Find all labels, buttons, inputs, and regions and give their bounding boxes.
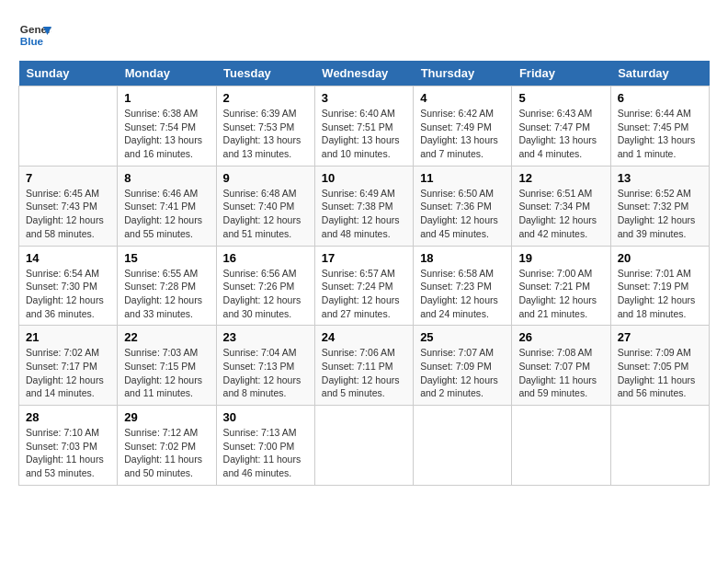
cell-line: Daylight: 12 hours <box>223 213 308 227</box>
calendar-cell: 19Sunrise: 7:00 AMSunset: 7:21 PMDayligh… <box>512 246 610 326</box>
cell-line: Sunrise: 7:13 AM <box>223 426 308 440</box>
day-number: 16 <box>223 251 308 265</box>
calendar-week-row: 14Sunrise: 6:54 AMSunset: 7:30 PMDayligh… <box>19 246 710 326</box>
cell-line: and 39 minutes. <box>618 227 702 241</box>
cell-line: Sunrise: 7:07 AM <box>420 346 505 360</box>
cell-line: and 5 minutes. <box>322 386 406 400</box>
cell-line: and 48 minutes. <box>322 227 406 241</box>
cell-line: Sunrise: 6:52 AM <box>618 187 702 201</box>
cell-line: Daylight: 13 hours <box>518 133 603 147</box>
cell-line: and 4 minutes. <box>518 147 603 161</box>
cell-line: Daylight: 12 hours <box>26 213 110 227</box>
cell-line: Daylight: 12 hours <box>124 213 209 227</box>
cell-line: Sunrise: 6:54 AM <box>26 267 110 281</box>
calendar-cell <box>414 406 512 486</box>
calendar-cell: 11Sunrise: 6:50 AMSunset: 7:36 PMDayligh… <box>414 166 512 246</box>
cell-line: Sunrise: 6:46 AM <box>124 187 209 201</box>
day-number: 20 <box>618 251 702 265</box>
cell-line: and 30 minutes. <box>223 307 308 321</box>
cell-line: Sunrise: 7:00 AM <box>518 267 603 281</box>
cell-line: Sunset: 7:00 PM <box>223 440 308 454</box>
day-number: 23 <box>223 330 308 344</box>
calendar-cell: 5Sunrise: 6:43 AMSunset: 7:47 PMDaylight… <box>512 86 610 167</box>
calendar-cell: 13Sunrise: 6:52 AMSunset: 7:32 PMDayligh… <box>610 166 709 246</box>
calendar-cell: 12Sunrise: 6:51 AMSunset: 7:34 PMDayligh… <box>512 166 610 246</box>
cell-line: Sunset: 7:53 PM <box>223 121 308 134</box>
cell-line: Sunrise: 7:04 AM <box>223 346 308 360</box>
cell-line: Sunset: 7:41 PM <box>124 200 209 213</box>
cell-line: Sunrise: 6:38 AM <box>124 107 209 121</box>
cell-line: Sunset: 7:47 PM <box>518 121 603 134</box>
cell-line: and 1 minute. <box>618 147 702 161</box>
cell-line: and 45 minutes. <box>420 227 505 241</box>
weekday-header-row: SundayMondayTuesdayWednesdayThursdayFrid… <box>19 61 710 86</box>
day-number: 9 <box>223 171 308 185</box>
calendar-cell <box>512 406 610 486</box>
calendar-cell: 1Sunrise: 6:38 AMSunset: 7:54 PMDaylight… <box>118 86 216 167</box>
cell-line: Sunrise: 6:39 AM <box>223 107 308 121</box>
calendar-week-row: 28Sunrise: 7:10 AMSunset: 7:03 PMDayligh… <box>19 406 710 486</box>
cell-line: Sunset: 7:26 PM <box>223 280 308 293</box>
day-number: 18 <box>420 251 505 265</box>
cell-line: Sunset: 7:34 PM <box>518 200 603 213</box>
calendar-cell: 27Sunrise: 7:09 AMSunset: 7:05 PMDayligh… <box>610 326 709 406</box>
cell-line: Sunset: 7:49 PM <box>420 121 505 134</box>
cell-line: Sunset: 7:02 PM <box>124 440 209 454</box>
cell-line: Sunset: 7:28 PM <box>124 280 209 293</box>
cell-line: Sunset: 7:21 PM <box>518 280 603 293</box>
cell-line: and 8 minutes. <box>223 386 308 400</box>
day-number: 2 <box>223 91 308 105</box>
calendar-cell: 6Sunrise: 6:44 AMSunset: 7:45 PMDaylight… <box>610 86 709 167</box>
cell-line: Daylight: 12 hours <box>420 213 505 227</box>
cell-line: Sunrise: 6:44 AM <box>618 107 702 121</box>
cell-line: Sunset: 7:17 PM <box>26 360 110 373</box>
cell-line: and 53 minutes. <box>26 466 110 480</box>
cell-line: Daylight: 12 hours <box>420 293 505 307</box>
day-number: 22 <box>124 330 209 344</box>
cell-line: Sunrise: 6:57 AM <box>322 267 406 281</box>
day-number: 7 <box>26 171 110 185</box>
cell-line: Sunset: 7:03 PM <box>26 440 110 454</box>
calendar-cell: 22Sunrise: 7:03 AMSunset: 7:15 PMDayligh… <box>118 326 216 406</box>
calendar-cell: 23Sunrise: 7:04 AMSunset: 7:13 PMDayligh… <box>216 326 314 406</box>
calendar-cell <box>314 406 413 486</box>
calendar-cell: 16Sunrise: 6:56 AMSunset: 7:26 PMDayligh… <box>216 246 314 326</box>
svg-text:Blue: Blue <box>20 35 44 47</box>
cell-line: Daylight: 11 hours <box>223 453 308 466</box>
cell-line: Daylight: 11 hours <box>618 373 702 387</box>
cell-line: Sunrise: 7:02 AM <box>26 346 110 360</box>
cell-line: Daylight: 12 hours <box>420 373 505 387</box>
day-number: 11 <box>420 171 505 185</box>
cell-line: Sunset: 7:19 PM <box>618 280 702 293</box>
day-number: 25 <box>420 330 505 344</box>
calendar-cell <box>19 86 118 167</box>
cell-line: Daylight: 11 hours <box>26 453 110 466</box>
cell-line: Sunrise: 7:10 AM <box>26 426 110 440</box>
day-number: 28 <box>26 410 110 424</box>
cell-line: Sunrise: 7:12 AM <box>124 426 209 440</box>
weekday-header-sunday: Sunday <box>19 61 118 86</box>
calendar-week-row: 7Sunrise: 6:45 AMSunset: 7:43 PMDaylight… <box>19 166 710 246</box>
day-number: 27 <box>618 330 702 344</box>
cell-line: and 18 minutes. <box>618 307 702 321</box>
calendar-cell: 29Sunrise: 7:12 AMSunset: 7:02 PMDayligh… <box>118 406 216 486</box>
cell-line: and 2 minutes. <box>420 386 505 400</box>
cell-line: Daylight: 12 hours <box>518 293 603 307</box>
cell-line: Sunrise: 6:40 AM <box>322 107 406 121</box>
cell-line: Daylight: 12 hours <box>26 293 110 307</box>
day-number: 1 <box>124 91 209 105</box>
cell-line: and 55 minutes. <box>124 227 209 241</box>
cell-line: Daylight: 12 hours <box>618 293 702 307</box>
calendar-cell: 20Sunrise: 7:01 AMSunset: 7:19 PMDayligh… <box>610 246 709 326</box>
calendar-cell: 18Sunrise: 6:58 AMSunset: 7:23 PMDayligh… <box>414 246 512 326</box>
cell-line: Sunrise: 6:56 AM <box>223 267 308 281</box>
day-number: 13 <box>618 171 702 185</box>
cell-line: and 24 minutes. <box>420 307 505 321</box>
cell-line: Sunrise: 6:42 AM <box>420 107 505 121</box>
cell-line: Sunrise: 6:55 AM <box>124 267 209 281</box>
calendar-cell: 21Sunrise: 7:02 AMSunset: 7:17 PMDayligh… <box>19 326 118 406</box>
cell-line: Daylight: 12 hours <box>518 213 603 227</box>
cell-line: Sunrise: 7:09 AM <box>618 346 702 360</box>
cell-line: Daylight: 13 hours <box>322 133 406 147</box>
day-number: 15 <box>124 251 209 265</box>
